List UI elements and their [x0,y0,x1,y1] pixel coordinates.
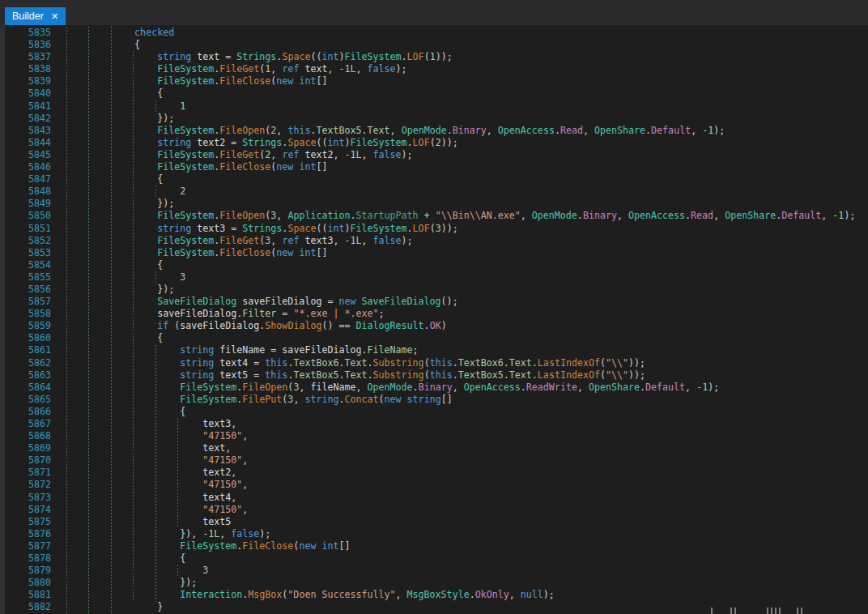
tab-builder[interactable]: Builder ✕ [5,7,66,25]
line-number[interactable]: 5872 [0,479,51,491]
line-number[interactable]: 5851 [0,223,51,235]
line-number[interactable]: 5842 [0,113,51,125]
code-line[interactable]: 5875 text5 [0,516,868,528]
code-line[interactable]: 5878 { [0,552,868,565]
line-number[interactable]: 5861 [0,344,51,356]
code-line[interactable]: 5863 string text5 = this.TextBox5.Text.S… [0,369,868,382]
line-number[interactable]: 5844 [0,137,51,149]
code-line[interactable]: 5840 { [0,87,868,100]
code-line[interactable]: 5872 "47150", [0,479,868,491]
code-line[interactable]: 5879 3 [0,565,868,577]
code-token: LastIndexOf [538,357,600,369]
code-line[interactable]: 5861 string fileName = saveFileDialog.Fi… [0,344,868,356]
line-number[interactable]: 5850 [0,210,51,222]
code-line[interactable]: 5845 FileSystem.FileGet(2, ref text2, -1… [0,149,868,161]
line-number[interactable]: 5866 [0,406,51,418]
line-number[interactable]: 5837 [0,51,51,63]
code-line[interactable]: 5858 saveFileDialog.Filter = "*.exe | *.… [0,308,868,320]
code-line[interactable]: 5837 string text = Strings.Space((int)Fi… [0,51,868,63]
code-line[interactable]: 5849 }); [0,198,868,210]
code-line[interactable]: 5846 FileSystem.FileClose(new int[] [0,161,868,173]
line-number[interactable]: 5843 [0,125,51,137]
code-line[interactable]: 5853 FileSystem.FileClose(new int[] [0,247,868,259]
line-number[interactable]: 5864 [0,382,51,394]
code-line[interactable]: 5880 }); [0,577,868,589]
code-line[interactable]: 5876 }), -1L, false); [0,528,868,540]
code-line[interactable]: 5847 { [0,173,868,185]
code-line[interactable]: 5865 FileSystem.FilePut(3, string.Concat… [0,394,868,406]
line-number[interactable]: 5838 [0,63,51,75]
tab-close-icon[interactable]: ✕ [51,12,58,21]
code-line[interactable]: 5859 if (saveFileDialog.ShowDialog() == … [0,320,868,332]
line-number[interactable]: 5854 [0,259,51,271]
line-number[interactable]: 5845 [0,149,51,161]
line-number[interactable]: 5870 [0,454,51,467]
code-line[interactable]: 5869 text, [0,442,868,454]
code-line[interactable]: 5862 string text4 = this.TextBox6.Text.S… [0,357,868,369]
line-number[interactable]: 5859 [0,320,51,332]
code-line[interactable]: 5860 { [0,332,868,344]
code-line[interactable]: 5844 string text2 = Strings.Space((int)F… [0,137,868,149]
code-line[interactable]: 5838 FileSystem.FileGet(1, ref text, -1L… [0,63,868,75]
line-number[interactable]: 5862 [0,357,51,369]
line-number[interactable]: 5839 [0,75,51,87]
line-number[interactable]: 5849 [0,198,51,210]
code-line[interactable]: 5842 }); [0,113,868,125]
code-token: "\\Bin\\AN.exe" [436,210,521,221]
line-number[interactable]: 5881 [0,589,51,601]
line-number[interactable]: 5836 [0,39,51,51]
line-number[interactable]: 5841 [0,100,51,113]
line-number[interactable]: 5868 [0,430,51,442]
code-editor[interactable]: 5835 checked5836 {5837 string text = Str… [0,25,868,614]
line-number[interactable]: 5865 [0,394,51,406]
code-line[interactable]: 5851 string text3 = Strings.Space((int)F… [0,223,868,235]
line-number[interactable]: 5847 [0,173,51,185]
code-line[interactable]: 5836 { [0,39,868,51]
line-number[interactable]: 5840 [0,87,51,100]
line-number[interactable]: 5860 [0,332,51,344]
code-line[interactable]: 5839 FileSystem.FileClose(new int[] [0,75,868,87]
code-line[interactable]: 5841 1 [0,100,868,113]
code-line[interactable]: 5870 "47150", [0,454,868,467]
line-number[interactable]: 5874 [0,504,51,516]
code-line[interactable]: 5864 FileSystem.FileOpen(3, fileName, Op… [0,382,868,394]
code-line[interactable]: 5854 { [0,259,868,271]
code-line[interactable]: 5850 FileSystem.FileOpen(3, Application.… [0,210,868,222]
code-line[interactable]: 5843 FileSystem.FileOpen(2, this.TextBox… [0,125,868,137]
line-number[interactable]: 5853 [0,247,51,259]
line-number[interactable]: 5867 [0,418,51,430]
line-number[interactable]: 5875 [0,516,51,528]
code-line[interactable]: 5868 "47150", [0,430,868,442]
code-line[interactable]: 5871 text2, [0,467,868,479]
line-number[interactable]: 5848 [0,185,51,198]
code-line[interactable]: 5857 SaveFileDialog saveFileDialog = new… [0,296,868,308]
code-line[interactable]: 5873 text4, [0,492,868,504]
line-number[interactable]: 5873 [0,492,51,504]
line-number[interactable]: 5876 [0,528,51,540]
line-number[interactable]: 5835 [0,27,51,39]
line-number[interactable]: 5852 [0,235,51,247]
code-line[interactable]: 5866 { [0,406,868,418]
line-number[interactable]: 5879 [0,565,51,577]
line-number[interactable]: 5857 [0,296,51,308]
code-line[interactable]: 5848 2 [0,185,868,198]
line-number[interactable]: 5877 [0,540,51,552]
code-token: [] [338,540,350,552]
code-line[interactable]: 5852 FileSystem.FileGet(3, ref text3, -1… [0,235,868,247]
line-number[interactable]: 5880 [0,577,51,589]
line-number[interactable]: 5856 [0,284,51,296]
code-line[interactable]: 5855 3 [0,271,868,284]
line-number[interactable]: 5863 [0,369,51,382]
code-line[interactable]: 5881 Interaction.MsgBox("Doen Successful… [0,589,868,601]
code-line[interactable]: 5874 "47150", [0,504,868,516]
code-line[interactable]: 5867 text3, [0,418,868,430]
code-line[interactable]: 5835 checked [0,27,868,39]
line-number[interactable]: 5878 [0,552,51,565]
line-number[interactable]: 5846 [0,161,51,173]
line-number[interactable]: 5858 [0,308,51,320]
code-line[interactable]: 5856 }); [0,284,868,296]
code-line[interactable]: 5877 FileSystem.FileClose(new int[] [0,540,868,552]
line-number[interactable]: 5871 [0,467,51,479]
line-number[interactable]: 5855 [0,271,51,284]
line-number[interactable]: 5869 [0,442,51,454]
